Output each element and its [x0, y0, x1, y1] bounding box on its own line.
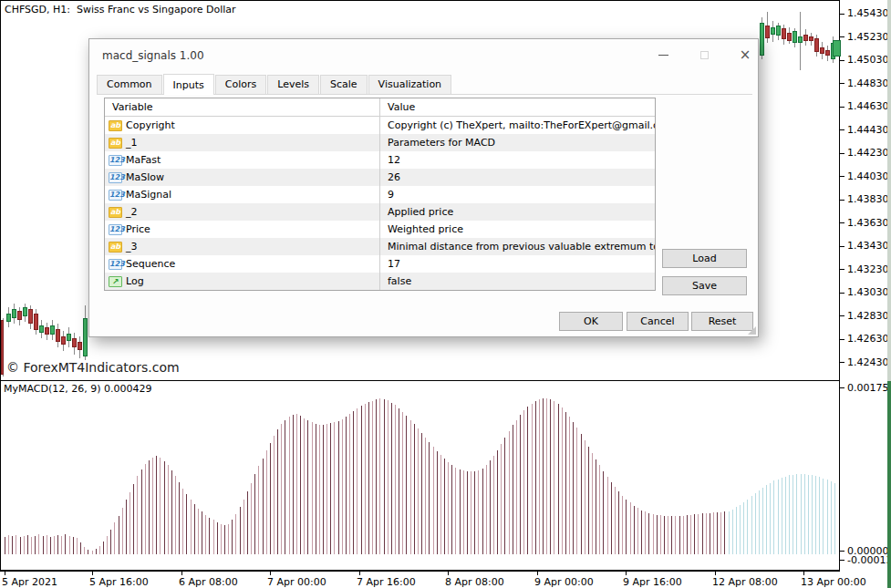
macd-histogram-bar — [474, 471, 475, 554]
table-row[interactable]: ab_3Minimal distance from previous valua… — [105, 238, 655, 255]
tab-levels[interactable]: Levels — [267, 75, 319, 94]
macd-histogram-bar — [581, 434, 582, 554]
time-axis[interactable]: 5 Apr 20215 Apr 16:006 Apr 08:007 Apr 00… — [0, 572, 891, 588]
price-axis-label: 1.43230 — [847, 263, 889, 275]
tab-colors[interactable]: Colors — [215, 75, 266, 94]
minimize-button[interactable] — [649, 45, 677, 65]
price-axis-label: 1.44230 — [847, 147, 889, 159]
macd-histogram-bar — [615, 487, 616, 554]
macd-histogram-bar — [126, 500, 127, 554]
macd-histogram-bar — [463, 470, 464, 554]
price-tick — [840, 362, 844, 363]
param-value[interactable]: 17 — [380, 255, 655, 273]
macd-histogram-bar — [801, 474, 802, 554]
table-row[interactable]: 123Sequence17 — [105, 255, 655, 273]
param-value[interactable]: Parameters for MACD — [380, 134, 655, 151]
macd-histogram-bar — [645, 511, 646, 554]
param-value[interactable]: false — [380, 273, 655, 290]
macd-histogram-bar — [24, 536, 25, 555]
save-button[interactable]: Save — [662, 276, 747, 295]
macd-histogram-bar — [186, 494, 187, 554]
macd-histogram-bar — [346, 417, 347, 554]
macd-histogram-bar — [573, 422, 574, 554]
macd-histogram-bar — [69, 536, 70, 555]
macd-histogram-bar — [546, 398, 547, 554]
cancel-button[interactable]: Cancel — [627, 312, 689, 331]
number-type-icon: 123 — [109, 172, 122, 183]
param-value[interactable]: 12 — [380, 151, 655, 169]
candle-body — [771, 27, 775, 35]
macd-histogram-bar — [808, 475, 809, 554]
macd-histogram-bar — [588, 447, 589, 554]
macd-histogram-bar — [592, 453, 593, 554]
macd-histogram-bar — [497, 450, 498, 554]
macd-chart[interactable]: MyMACD(12, 26, 9) 0.000429 — [0, 381, 840, 572]
price-tick — [840, 222, 844, 223]
macd-value-axis[interactable]: 0.0017510.000000-0.000135 — [840, 381, 891, 572]
macd-histogram-bar — [440, 455, 441, 554]
table-row[interactable]: 123PriceWeighted price — [105, 221, 655, 238]
macd-histogram-bar — [562, 407, 563, 554]
candle-body — [765, 26, 770, 38]
macd-histogram-bar — [84, 547, 85, 554]
price-axis-label: 1.42430 — [847, 356, 889, 368]
candle-body — [825, 50, 830, 56]
macd-histogram-bar — [149, 460, 150, 555]
macd-histogram-bar — [323, 425, 324, 554]
macd-histogram-bar — [740, 505, 741, 555]
param-value[interactable]: Minimal distance from previous valuable … — [380, 238, 655, 255]
price-tick — [840, 293, 844, 294]
table-row[interactable]: 123MaFast12 — [105, 151, 655, 169]
table-row[interactable]: ab_1Parameters for MACD — [105, 134, 655, 151]
ok-button[interactable]: OK — [559, 312, 623, 331]
macd-histogram-bar — [198, 509, 199, 554]
resize-grip[interactable] — [748, 326, 756, 335]
macd-histogram-bar — [300, 416, 301, 554]
time-tick — [537, 572, 538, 575]
candle-body — [61, 336, 66, 345]
table-row[interactable]: abCopyrightCopyright (c) TheXpert, mailt… — [105, 117, 655, 134]
close-button[interactable]: × — [731, 45, 759, 65]
macd-histogram-bar — [266, 450, 267, 554]
macd-histogram-bar — [785, 477, 786, 555]
time-tick — [5, 572, 5, 575]
param-value[interactable]: Applied price — [380, 203, 655, 221]
table-row[interactable]: 123MaSlow26 — [105, 169, 655, 186]
table-row[interactable]: ab_2Applied price — [105, 203, 655, 221]
table-row[interactable]: 123MaSignal9 — [105, 186, 655, 203]
param-value[interactable]: 26 — [380, 169, 655, 186]
macd-histogram-bar — [455, 468, 456, 554]
param-name-cell: 123Sequence — [105, 255, 380, 273]
macd-histogram-bar — [395, 405, 396, 554]
close-icon: × — [740, 48, 751, 62]
macd-histogram-bar — [224, 525, 225, 554]
candle-body — [45, 327, 49, 335]
maximize-button[interactable] — [690, 45, 718, 65]
time-tick — [803, 572, 804, 575]
tab-scale[interactable]: Scale — [320, 75, 368, 94]
price-axis-label: 1.44430 — [847, 124, 889, 136]
param-value[interactable]: 9 — [380, 186, 655, 203]
tab-common[interactable]: Common — [97, 75, 162, 94]
tab-inputs[interactable]: Inputs — [163, 74, 214, 95]
indicator-properties-dialog: macd_signals 1.00 × CommonInputsColorsLe… — [88, 38, 759, 337]
macd-histogram-bar — [819, 477, 820, 554]
tab-visualization[interactable]: Visualization — [368, 75, 451, 94]
load-button[interactable]: Load — [662, 249, 747, 268]
param-value[interactable]: Copyright (c) TheXpert, mailto:TheForEXp… — [380, 117, 655, 134]
macd-axis-tick — [840, 551, 844, 552]
macd-histogram-bar — [671, 516, 672, 554]
param-value[interactable]: Weighted price — [380, 221, 655, 238]
macd-histogram-bar — [357, 408, 357, 554]
reset-button[interactable]: Reset — [691, 312, 753, 331]
maximize-icon — [700, 51, 709, 59]
macd-histogram-bar — [796, 474, 797, 554]
table-row[interactable]: ↗Logfalse — [105, 273, 655, 290]
macd-histogram-bar — [247, 491, 248, 554]
macd-histogram-bar — [630, 502, 631, 554]
macd-histogram-bar — [365, 404, 366, 554]
time-axis-label: 5 Apr 16:00 — [89, 576, 149, 588]
macd-axis-tick — [840, 387, 844, 388]
macd-histogram-bar — [156, 456, 157, 554]
price-tick — [840, 315, 844, 316]
